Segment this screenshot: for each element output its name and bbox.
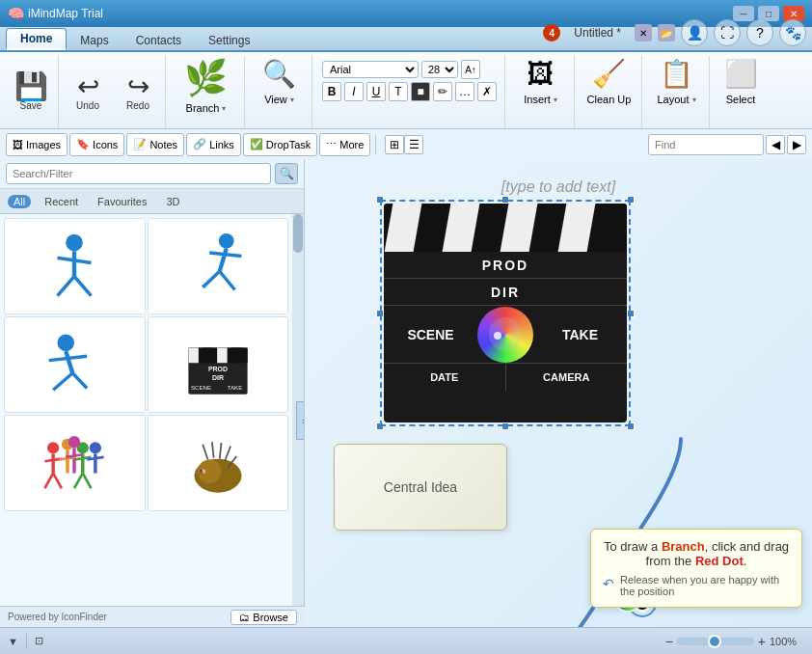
insert-button[interactable]: Insert ▾ — [524, 94, 557, 105]
select-icon[interactable]: ⬜ — [724, 58, 758, 90]
font-name-select[interactable]: Arial — [322, 61, 419, 78]
branch-icon[interactable]: 🌿 — [184, 58, 228, 98]
clapper-dir: DIR — [384, 279, 627, 306]
tab-droptask[interactable]: ✅ DropTask — [243, 133, 317, 156]
main-canvas[interactable]: [type to add text] PR — [305, 159, 812, 627]
insert-icon[interactable]: 🖼 — [527, 58, 554, 90]
save-button[interactable]: 💾 Save — [8, 70, 54, 114]
filter-3d-button[interactable]: 3D — [160, 195, 185, 208]
select-label: Select — [726, 94, 756, 105]
panel-search-input[interactable] — [6, 163, 271, 184]
layout-icon[interactable]: 📋 — [660, 58, 693, 90]
user-avatar[interactable]: 👤 — [681, 19, 708, 46]
zoom-in-button[interactable]: + — [758, 634, 766, 649]
line-color-button[interactable]: ✏ — [433, 82, 452, 101]
droptask-label: DropTask — [266, 139, 311, 150]
filter-all-button[interactable]: All — [8, 195, 31, 208]
list-item[interactable]: PROD DIR SCENE TAKE — [148, 316, 289, 413]
clear-format-button[interactable]: ✗ — [477, 82, 497, 101]
tab-links[interactable]: 🔗 Links — [186, 133, 241, 156]
layout-button[interactable]: Layout ▾ — [657, 94, 695, 105]
close-tab-button[interactable]: ✕ — [635, 24, 652, 41]
left-panel: 🔍 All Recent Favourites 3D — [0, 159, 305, 627]
open-file-button[interactable]: 📂 — [658, 24, 675, 41]
tab-maps[interactable]: Maps — [67, 31, 122, 50]
fill-color-button[interactable]: ■ — [411, 82, 430, 101]
panel-collapse-button[interactable]: › — [296, 401, 304, 440]
help-arrow-icon: ↶ — [603, 576, 614, 591]
ribbon-group-insert: 🖼 Insert ▾ — [507, 56, 575, 128]
tab-notes[interactable]: 📝 Notes — [126, 133, 184, 156]
more-label: More — [339, 139, 364, 150]
cleanup-button[interactable]: Clean Up — [587, 94, 632, 105]
notification-badge[interactable]: 4 — [543, 24, 560, 41]
help-button[interactable]: ? — [746, 19, 773, 46]
clapper-date: DATE — [384, 364, 506, 391]
font-grow-button[interactable]: A↑ — [461, 60, 480, 79]
svg-line-48 — [220, 443, 222, 459]
svg-text:DIR: DIR — [212, 374, 224, 381]
view-button[interactable]: View ▾ — [264, 94, 294, 105]
zoom-thumb[interactable] — [708, 635, 721, 648]
font-name-row: Arial 28 A↑ — [322, 60, 497, 79]
zoom-slider[interactable] — [677, 638, 754, 645]
panel-view-2-button[interactable]: ☰ — [404, 135, 423, 154]
ribbon-notification-area: 4 Untitled * ✕ 📂 👤 ⛶ ? 🐾 — [543, 19, 806, 50]
text-button[interactable]: T — [389, 82, 408, 101]
help-red-dot-phrase: Red Dot — [695, 554, 744, 568]
fit-icon[interactable]: ⊡ — [35, 635, 43, 647]
cleanup-icon[interactable]: 🧹 — [592, 58, 626, 90]
svg-point-29 — [68, 436, 80, 448]
central-idea-text: Central Idea — [384, 479, 457, 495]
view-icon[interactable]: 🔍 — [262, 58, 296, 90]
svg-text:PROD: PROD — [208, 366, 228, 372]
more-icon: ⋯ — [326, 138, 337, 150]
svg-text:TAKE: TAKE — [227, 384, 242, 391]
list-item[interactable] — [4, 218, 146, 314]
undo-button[interactable]: ↩ Undo — [65, 70, 111, 114]
svg-line-43 — [83, 474, 92, 489]
list-item[interactable] — [148, 218, 289, 314]
stripe-2 — [418, 204, 447, 252]
tab-more[interactable]: ⋯ More — [319, 133, 370, 156]
zoom-controls: − + 100% — [665, 634, 804, 649]
icons-label: Icons — [93, 139, 118, 150]
clapper-board: PROD DIR SCENE TAKE DATE CAMERA — [384, 204, 627, 422]
central-idea-box[interactable]: Central Idea — [334, 444, 507, 531]
scroll-thumb[interactable] — [293, 214, 303, 253]
panel-search-button[interactable]: 🔍 — [275, 163, 298, 184]
redo-button[interactable]: ↪ Redo — [115, 70, 161, 114]
browse-button[interactable]: 🗂 Browse — [230, 610, 297, 625]
branch-button[interactable]: Branch ▾ — [186, 102, 227, 114]
filter-recent-button[interactable]: Recent — [39, 195, 84, 208]
italic-button[interactable]: I — [344, 82, 364, 101]
cleanup-group-top: 🧹 Clean Up — [587, 58, 632, 126]
svg-rect-17 — [188, 348, 199, 364]
font-size-select[interactable]: 28 — [421, 61, 458, 78]
tab-settings[interactable]: Settings — [195, 31, 263, 50]
filter-favourites-button[interactable]: Favourites — [92, 195, 152, 208]
underline-button[interactable]: U — [366, 82, 386, 101]
find-next-button[interactable]: ▶ — [787, 135, 806, 154]
more-format-button[interactable]: … — [455, 82, 474, 101]
tab-icons[interactable]: 🔖 Icons — [69, 133, 124, 156]
list-item[interactable] — [4, 316, 146, 413]
tab-contacts[interactable]: Contacts — [122, 31, 195, 50]
ribbon-tab-bar: Home Maps Contacts Settings 4 Untitled *… — [0, 27, 812, 52]
bold-button[interactable]: B — [322, 82, 341, 101]
find-prev-button[interactable]: ◀ — [766, 135, 785, 154]
select-button[interactable]: Select — [726, 94, 756, 105]
list-item[interactable] — [148, 415, 289, 511]
zoom-out-button[interactable]: − — [665, 634, 673, 649]
list-item[interactable] — [4, 415, 146, 511]
find-input[interactable] — [648, 134, 764, 155]
fullscreen-button[interactable]: ⛶ — [714, 19, 741, 46]
panel-view-1-button[interactable]: ⊞ — [385, 135, 404, 154]
notes-icon: 📝 — [133, 138, 147, 150]
clapper-board-container[interactable]: PROD DIR SCENE TAKE DATE CAMERA — [380, 200, 631, 426]
tab-images[interactable]: 🖼 Images — [6, 133, 68, 156]
account-button[interactable]: 🐾 — [779, 19, 806, 46]
help-branch-word: Branch — [662, 539, 705, 554]
save-icon: 💾 — [14, 73, 48, 100]
tab-home[interactable]: Home — [6, 28, 67, 50]
